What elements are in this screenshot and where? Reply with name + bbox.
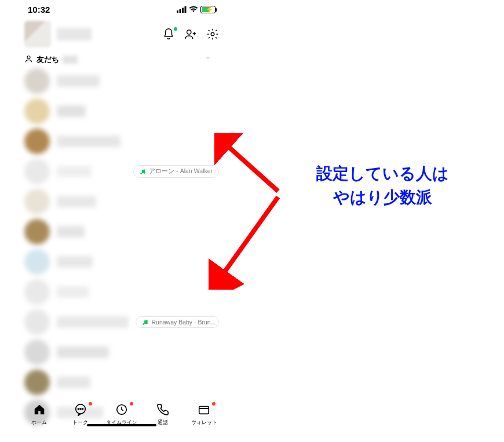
list-item[interactable] xyxy=(17,126,226,156)
list-item[interactable] xyxy=(17,96,226,126)
tab-wallet[interactable]: ウォレット xyxy=(187,403,221,426)
svg-rect-1 xyxy=(180,9,181,13)
badge-dot xyxy=(212,402,216,406)
battery-icon: ⚡ xyxy=(200,6,216,13)
friend-name xyxy=(57,136,120,147)
talk-icon xyxy=(74,403,87,418)
tab-label: 通話 xyxy=(158,419,168,426)
svg-rect-3 xyxy=(185,6,187,13)
friend-name xyxy=(57,377,90,388)
clock: 10:32 xyxy=(28,5,50,14)
friend-name xyxy=(57,75,100,87)
svg-point-7 xyxy=(141,172,143,174)
signal-icon xyxy=(177,5,187,14)
avatar xyxy=(24,159,50,184)
badge-dot xyxy=(89,402,92,406)
person-icon xyxy=(24,54,33,65)
list-item[interactable] xyxy=(17,277,226,307)
header-icons xyxy=(162,28,219,41)
annotation-text: 設定している人は やはり少数派 xyxy=(266,162,498,209)
bell-icon[interactable] xyxy=(162,28,175,41)
wallet-icon xyxy=(197,403,211,418)
list-item[interactable] xyxy=(17,247,226,277)
wifi-icon xyxy=(189,5,198,14)
gear-icon[interactable] xyxy=(206,28,219,41)
chevron-down-icon: ⌃ xyxy=(205,56,219,64)
music-chip[interactable]: アローン - Alan Walker xyxy=(133,165,219,178)
svg-point-13 xyxy=(80,408,81,410)
status-right: ⚡ xyxy=(177,5,216,14)
svg-point-10 xyxy=(146,322,148,324)
svg-point-5 xyxy=(211,32,214,36)
timeline-icon xyxy=(115,403,129,418)
avatar xyxy=(24,219,50,244)
add-friend-icon[interactable] xyxy=(184,28,197,41)
list-item[interactable] xyxy=(17,367,226,397)
avatar xyxy=(24,249,50,275)
list-item[interactable] xyxy=(17,337,226,367)
svg-rect-2 xyxy=(182,8,184,13)
friend-name xyxy=(57,316,129,328)
list-item[interactable]: アローン - Alan Walker xyxy=(17,156,226,187)
svg-point-8 xyxy=(144,171,145,173)
avatar xyxy=(24,370,50,395)
tab-timeline[interactable]: タイムライン xyxy=(104,403,139,426)
home-indicator xyxy=(87,424,156,426)
friend-list: アローン - Alan WalkerRunaway Baby - Brun... xyxy=(17,66,226,428)
tab-call[interactable]: 通話 xyxy=(145,403,180,426)
avatar xyxy=(24,98,50,124)
avatar xyxy=(24,189,50,214)
tab-talk[interactable]: トーク xyxy=(63,403,98,426)
tab-label: ウォレット xyxy=(191,419,217,426)
svg-point-4 xyxy=(187,30,191,34)
music-label: アローン - Alan Walker xyxy=(149,167,213,176)
music-label: Runaway Baby - Brun... xyxy=(151,319,216,326)
friend-name xyxy=(57,226,85,238)
friend-name xyxy=(57,286,89,298)
svg-point-6 xyxy=(27,56,30,59)
call-icon xyxy=(156,403,170,418)
avatar xyxy=(24,339,50,365)
badge-dot xyxy=(130,402,133,406)
header xyxy=(17,16,226,53)
tab-home[interactable]: ホーム xyxy=(22,403,57,426)
list-item[interactable]: Runaway Baby - Brun... xyxy=(17,307,226,337)
list-item[interactable] xyxy=(17,187,226,217)
my-name xyxy=(57,28,92,41)
tab-label: トーク xyxy=(72,419,88,426)
avatar xyxy=(24,68,50,94)
home-icon xyxy=(32,403,46,418)
my-avatar[interactable] xyxy=(24,21,51,48)
friend-name xyxy=(57,346,109,358)
svg-rect-16 xyxy=(199,407,209,414)
avatar xyxy=(24,279,50,305)
svg-rect-0 xyxy=(177,10,178,13)
list-item[interactable] xyxy=(17,66,226,96)
svg-point-12 xyxy=(78,408,79,410)
section-label: 友だち xyxy=(36,54,59,65)
friend-name xyxy=(57,256,93,268)
list-item[interactable] xyxy=(17,217,226,247)
avatar xyxy=(24,309,50,335)
status-bar: 10:32 ⚡ xyxy=(17,2,226,16)
friend-name xyxy=(57,196,96,207)
tab-label: ホーム xyxy=(31,419,47,426)
svg-point-14 xyxy=(82,408,83,410)
friend-name xyxy=(57,166,92,177)
music-chip[interactable]: Runaway Baby - Brun... xyxy=(136,316,219,328)
phone-frame: 10:32 ⚡ xyxy=(17,0,226,429)
friends-section-header[interactable]: 友だち ⌃ xyxy=(17,53,226,66)
svg-point-9 xyxy=(143,323,145,324)
avatar xyxy=(24,129,50,154)
friend-count xyxy=(63,56,78,64)
friend-name xyxy=(57,105,86,117)
